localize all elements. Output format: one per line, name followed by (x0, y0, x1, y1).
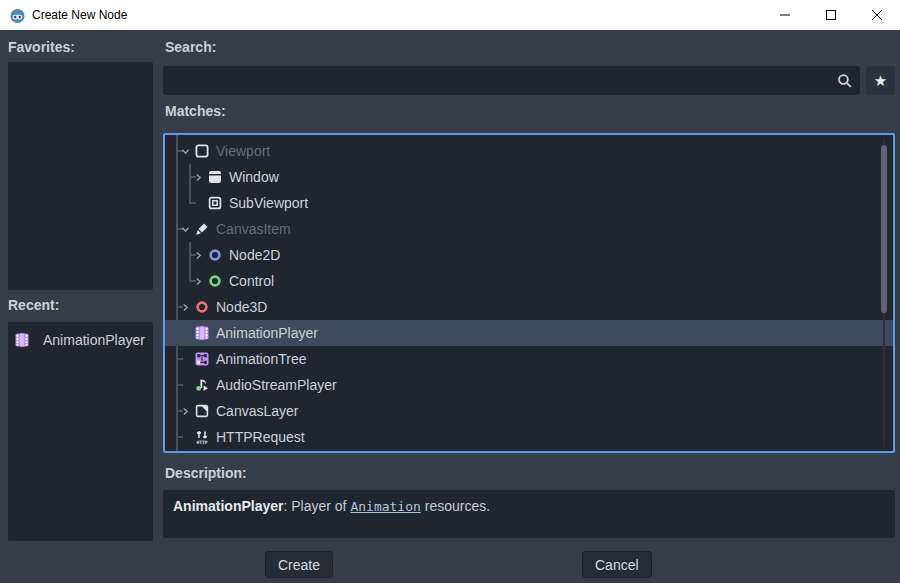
tree-item-label: AnimationPlayer (216, 325, 318, 341)
favorites-label: Favorites: (8, 39, 75, 55)
node2d-icon (207, 247, 223, 263)
tree-item-label: AnimationTree (216, 351, 307, 367)
chevron-spacer (180, 351, 194, 367)
tree-item-label: CanvasLayer (216, 403, 299, 419)
tree-item-viewport[interactable]: Viewport (165, 138, 893, 164)
favorites-list[interactable] (8, 62, 153, 290)
tree-item-canvasitem[interactable]: CanvasItem (165, 216, 893, 242)
http-request-icon: HTTP (194, 429, 210, 445)
search-input[interactable] (163, 66, 860, 95)
tree-item-node2d[interactable]: Node2D (165, 242, 893, 268)
chevron-right-icon[interactable] (193, 169, 207, 185)
tree-item-label: Viewport (216, 143, 270, 159)
subviewport-icon (207, 195, 223, 211)
window-titlebar: Create New Node (0, 0, 900, 30)
svg-text:HTTP: HTTP (196, 440, 207, 445)
matches-tree[interactable]: Viewport Window (163, 133, 895, 453)
favorite-star-button[interactable]: ★ (866, 66, 895, 95)
search-icon (836, 72, 854, 90)
tree-item-window[interactable]: Window (165, 164, 893, 190)
chevron-right-icon[interactable] (193, 273, 207, 289)
cancel-button[interactable]: Cancel (582, 551, 652, 578)
minimize-icon[interactable] (762, 0, 808, 30)
recent-item-animationplayer[interactable]: AnimationPlayer (8, 322, 153, 350)
tree-item-label: CanvasItem (216, 221, 291, 237)
recent-list: AnimationPlayer (8, 322, 153, 541)
tree-item-animationplayer[interactable]: AnimationPlayer (165, 320, 893, 346)
tree-item-httprequest[interactable]: HTTP HTTPRequest (165, 424, 893, 450)
description-text: Player of (291, 498, 350, 514)
animation-tree-icon (194, 351, 210, 367)
chevron-spacer (193, 195, 207, 211)
search-label: Search: (165, 39, 216, 55)
tree-item-node3d[interactable]: Node3D (165, 294, 893, 320)
chevron-right-icon[interactable] (180, 299, 194, 315)
chevron-spacer (180, 377, 194, 393)
maximize-icon[interactable] (808, 0, 854, 30)
chevron-right-icon[interactable] (193, 247, 207, 263)
chevron-spacer (180, 429, 194, 445)
chevron-right-icon[interactable] (180, 403, 194, 419)
viewport-icon (194, 143, 210, 159)
godot-app-icon (9, 7, 26, 24)
tree-item-label: Window (229, 169, 279, 185)
animation-player-icon (194, 325, 210, 341)
tree-item-label: Node2D (229, 247, 280, 263)
close-icon[interactable] (854, 0, 900, 30)
tree-item-control[interactable]: Control (165, 268, 893, 294)
tree-item-animationtree[interactable]: AnimationTree (165, 346, 893, 372)
description-panel: AnimationPlayer: Player of Animation res… (163, 490, 895, 538)
tree-item-audiostreamplayer[interactable]: AudioStreamPlayer (165, 372, 893, 398)
recent-label: Recent: (8, 297, 59, 313)
tree-item-label: HTTPRequest (216, 429, 305, 445)
description-label: Description: (165, 465, 247, 481)
chevron-spacer (180, 325, 194, 341)
window-icon (207, 169, 223, 185)
favorite-star-icon: ★ (874, 72, 887, 90)
tree-item-label: SubViewport (229, 195, 308, 211)
tree-item-label: Node3D (216, 299, 267, 315)
canvas-layer-icon (194, 403, 210, 419)
window-controls (762, 0, 900, 30)
tree-item-label: AudioStreamPlayer (216, 377, 337, 393)
create-new-node-dialog: Favorites: Recent: AnimationPlayer Searc… (0, 30, 900, 583)
chevron-down-icon[interactable] (180, 143, 194, 159)
description-class-name: AnimationPlayer (173, 498, 283, 514)
audio-stream-player-icon (194, 377, 210, 393)
tree-item-label: Control (229, 273, 274, 289)
control-icon (207, 273, 223, 289)
tree-scrollbar-grabber[interactable] (881, 145, 887, 313)
animation-player-icon (14, 332, 30, 348)
create-button[interactable]: Create (265, 551, 333, 578)
canvas-item-icon (194, 221, 210, 237)
tree-item-canvaslayer[interactable]: CanvasLayer (165, 398, 893, 424)
description-text: resources. (421, 498, 490, 514)
description-animation-link[interactable]: Animation (350, 499, 420, 514)
window-title: Create New Node (32, 8, 127, 22)
chevron-down-icon[interactable] (180, 221, 194, 237)
recent-item-label: AnimationPlayer (43, 332, 145, 348)
node3d-icon (194, 299, 210, 315)
matches-label: Matches: (165, 103, 226, 119)
tree-item-subviewport[interactable]: SubViewport (165, 190, 893, 216)
